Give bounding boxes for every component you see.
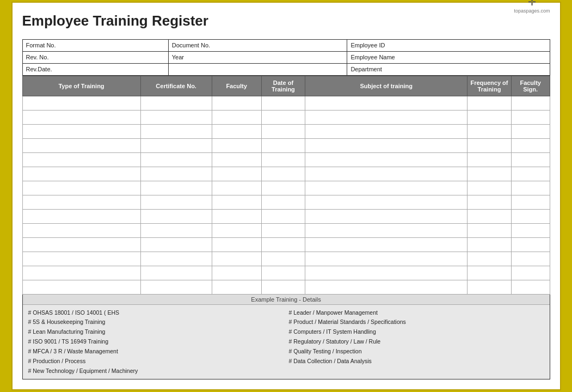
table-cell[interactable] (305, 124, 468, 138)
table-cell[interactable] (22, 237, 140, 252)
table-cell[interactable] (212, 167, 261, 181)
table-cell[interactable] (511, 152, 550, 167)
table-cell[interactable] (22, 124, 140, 138)
table-cell[interactable] (22, 195, 140, 209)
table-cell[interactable] (140, 138, 212, 152)
table-cell[interactable] (261, 237, 305, 252)
table-cell[interactable] (261, 181, 305, 195)
table-cell[interactable] (140, 167, 212, 181)
table-cell[interactable] (261, 110, 305, 124)
table-cell[interactable] (140, 252, 212, 266)
table-cell[interactable] (140, 96, 212, 110)
table-cell[interactable] (511, 237, 550, 252)
table-cell[interactable] (22, 181, 140, 195)
table-cell[interactable] (261, 152, 305, 167)
table-cell[interactable] (140, 209, 212, 223)
table-cell[interactable] (212, 138, 261, 152)
table-cell[interactable] (261, 195, 305, 209)
table-cell[interactable] (511, 96, 550, 110)
table-cell[interactable] (212, 266, 261, 280)
table-cell[interactable] (212, 124, 261, 138)
table-cell[interactable] (305, 237, 468, 252)
table-cell[interactable] (305, 280, 468, 294)
table-cell[interactable] (305, 138, 468, 152)
table-cell[interactable] (212, 181, 261, 195)
table-cell[interactable] (22, 223, 140, 237)
table-cell[interactable] (305, 223, 468, 237)
table-cell[interactable] (468, 266, 512, 280)
meta-revdate-label: Rev.Date. (22, 63, 168, 75)
table-cell[interactable] (511, 280, 550, 294)
table-cell[interactable] (22, 252, 140, 266)
table-cell[interactable] (212, 237, 261, 252)
table-cell[interactable] (511, 252, 550, 266)
table-cell[interactable] (511, 195, 550, 209)
table-cell[interactable] (212, 152, 261, 167)
table-cell[interactable] (212, 110, 261, 124)
table-cell[interactable] (511, 266, 550, 280)
table-cell[interactable] (468, 195, 512, 209)
table-cell[interactable] (212, 223, 261, 237)
table-cell[interactable] (140, 266, 212, 280)
table-cell[interactable] (511, 181, 550, 195)
table-cell[interactable] (261, 252, 305, 266)
table-cell[interactable] (22, 209, 140, 223)
table-cell[interactable] (305, 209, 468, 223)
table-cell[interactable] (261, 124, 305, 138)
table-cell[interactable] (22, 138, 140, 152)
table-cell[interactable] (468, 167, 512, 181)
table-cell[interactable] (468, 237, 512, 252)
footer-right-item: # Quality Testing / Inspection (289, 347, 544, 357)
table-cell[interactable] (468, 124, 512, 138)
table-cell[interactable] (305, 167, 468, 181)
table-cell[interactable] (468, 280, 512, 294)
table-cell[interactable] (305, 252, 468, 266)
table-cell[interactable] (140, 195, 212, 209)
table-cell[interactable] (22, 280, 140, 294)
table-cell[interactable] (511, 167, 550, 181)
table-cell[interactable] (22, 96, 140, 110)
table-cell[interactable] (261, 209, 305, 223)
table-cell[interactable] (305, 181, 468, 195)
table-cell[interactable] (140, 181, 212, 195)
table-cell[interactable] (468, 152, 512, 167)
table-cell[interactable] (22, 152, 140, 167)
table-cell[interactable] (212, 96, 261, 110)
table-cell[interactable] (140, 237, 212, 252)
table-cell[interactable] (22, 266, 140, 280)
table-cell[interactable] (305, 266, 468, 280)
table-cell[interactable] (261, 96, 305, 110)
table-cell[interactable] (468, 138, 512, 152)
table-cell[interactable] (140, 124, 212, 138)
table-cell[interactable] (22, 167, 140, 181)
table-cell[interactable] (511, 209, 550, 223)
table-cell[interactable] (140, 152, 212, 167)
table-cell[interactable] (468, 181, 512, 195)
table-cell[interactable] (140, 223, 212, 237)
table-cell[interactable] (305, 195, 468, 209)
table-cell[interactable] (305, 152, 468, 167)
table-cell[interactable] (212, 195, 261, 209)
table-cell[interactable] (212, 280, 261, 294)
table-cell[interactable] (468, 252, 512, 266)
table-cell[interactable] (140, 280, 212, 294)
table-cell[interactable] (140, 110, 212, 124)
table-cell[interactable] (511, 138, 550, 152)
table-cell[interactable] (305, 96, 468, 110)
table-cell[interactable] (261, 138, 305, 152)
table-cell[interactable] (468, 110, 512, 124)
table-cell[interactable] (22, 110, 140, 124)
table-cell[interactable] (261, 280, 305, 294)
table-cell[interactable] (261, 266, 305, 280)
table-cell[interactable] (261, 223, 305, 237)
table-cell[interactable] (511, 110, 550, 124)
table-cell[interactable] (468, 209, 512, 223)
table-cell[interactable] (212, 252, 261, 266)
table-cell[interactable] (212, 209, 261, 223)
table-cell[interactable] (468, 223, 512, 237)
table-cell[interactable] (511, 124, 550, 138)
table-cell[interactable] (468, 96, 512, 110)
table-cell[interactable] (305, 110, 468, 124)
table-cell[interactable] (261, 167, 305, 181)
table-cell[interactable] (511, 223, 550, 237)
